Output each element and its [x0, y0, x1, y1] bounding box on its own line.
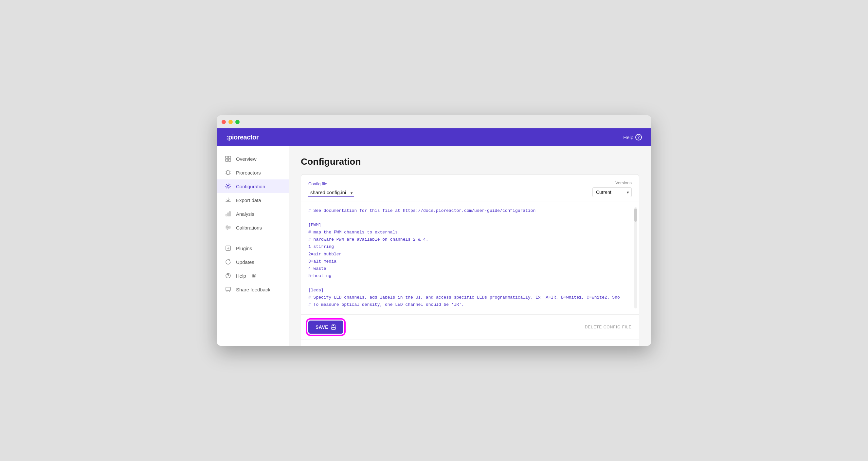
- config-card: Config file shared config.ini Versions: [301, 174, 639, 346]
- message-square-icon: [225, 286, 231, 293]
- sidebar-item-updates-label: Updates: [236, 259, 254, 265]
- code-editor[interactable]: # See documentation for this file at htt…: [308, 207, 632, 308]
- help-circle-icon: [225, 272, 231, 279]
- sidebar-item-share-feedback-label: Share feedback: [236, 287, 270, 293]
- sidebar: Overview: [217, 146, 289, 346]
- gear-icon: [225, 183, 231, 190]
- app: :pioreactor Help ?: [217, 128, 651, 346]
- sidebar-item-help-label: Help: [236, 273, 246, 279]
- chart-icon: [225, 211, 231, 217]
- versions-select-wrapper[interactable]: Current: [592, 187, 632, 197]
- svg-rect-16: [229, 212, 230, 216]
- sidebar-item-calibrations-label: Calibrations: [236, 225, 262, 230]
- titlebar: [217, 115, 651, 128]
- sliders-icon: [225, 224, 231, 231]
- learn-more-section: 💡 Learn more about Pioreactor configurat…: [301, 340, 639, 346]
- svg-point-13: [227, 185, 229, 187]
- svg-rect-4: [226, 171, 230, 174]
- delete-config-button[interactable]: DELETE CONFIG FILE: [585, 325, 632, 329]
- config-card-header: Config file shared config.ini Versions: [301, 175, 639, 202]
- sidebar-item-plugins-label: Plugins: [236, 246, 252, 251]
- sidebar-item-calibrations[interactable]: Calibrations: [217, 221, 289, 235]
- nav-divider: [217, 238, 289, 238]
- svg-rect-0: [225, 156, 228, 158]
- help-icon: ?: [635, 134, 642, 141]
- svg-point-27: [228, 277, 228, 277]
- refresh-icon: [225, 259, 231, 265]
- app-body: Overview: [217, 146, 651, 346]
- code-editor-area: # See documentation for this file at htt…: [301, 202, 639, 315]
- svg-point-20: [226, 225, 228, 227]
- plus-square-icon: [225, 245, 231, 251]
- svg-rect-3: [228, 159, 231, 161]
- sidebar-item-overview-label: Overview: [236, 156, 257, 162]
- versions-label: Versions: [615, 180, 632, 185]
- page-title: Configuration: [301, 156, 639, 167]
- maximize-button[interactable]: [235, 120, 240, 124]
- sidebar-item-pioreactors[interactable]: Pioreactors: [217, 166, 289, 179]
- download-icon: [225, 197, 231, 203]
- chip-icon: [225, 169, 231, 176]
- scrollbar-thumb[interactable]: [634, 209, 637, 222]
- app-window: :pioreactor Help ?: [217, 115, 651, 346]
- app-header: :pioreactor Help ?: [217, 128, 651, 146]
- save-label: SAVE: [315, 325, 328, 330]
- svg-rect-1: [228, 156, 231, 158]
- sidebar-item-updates[interactable]: Updates: [217, 255, 289, 269]
- svg-rect-29: [226, 287, 230, 291]
- minimize-button[interactable]: [228, 120, 233, 124]
- help-label: Help: [623, 134, 633, 140]
- grid-icon: [225, 156, 231, 162]
- sidebar-item-plugins[interactable]: Plugins: [217, 241, 289, 255]
- config-file-select-wrapper[interactable]: shared config.ini: [308, 188, 354, 197]
- sidebar-item-overview[interactable]: Overview: [217, 152, 289, 166]
- sidebar-item-configuration[interactable]: Configuration: [217, 179, 289, 193]
- sidebar-item-configuration-label: Configuration: [236, 184, 265, 189]
- svg-point-22: [227, 228, 228, 229]
- header-help-button[interactable]: Help ?: [623, 134, 642, 141]
- versions-select[interactable]: Current: [592, 187, 632, 197]
- svg-rect-32: [333, 325, 334, 326]
- config-file-section: Config file shared config.ini: [308, 181, 354, 197]
- versions-section: Versions Current: [592, 180, 632, 197]
- svg-point-21: [228, 227, 230, 228]
- svg-rect-2: [225, 159, 228, 161]
- sidebar-item-share-feedback[interactable]: Share feedback: [217, 282, 289, 296]
- svg-rect-15: [228, 213, 229, 216]
- svg-rect-31: [332, 328, 336, 329]
- svg-rect-14: [226, 214, 227, 216]
- sidebar-item-help[interactable]: Help: [217, 269, 289, 282]
- sidebar-item-export-data-label: Export data: [236, 197, 261, 203]
- sidebar-item-analysis-label: Analysis: [236, 211, 254, 217]
- sidebar-item-export-data[interactable]: Export data: [217, 193, 289, 207]
- close-button[interactable]: [222, 120, 226, 124]
- save-icon: [331, 325, 336, 330]
- sidebar-item-analysis[interactable]: Analysis: [217, 207, 289, 221]
- card-footer: SAVE DELETE CONFIG FILE: [301, 315, 639, 340]
- external-link-icon: [252, 274, 256, 278]
- config-file-label: Config file: [308, 181, 354, 186]
- main-content: Configuration Config file shared config.…: [289, 146, 651, 346]
- sidebar-item-pioreactors-label: Pioreactors: [236, 170, 261, 176]
- config-file-select[interactable]: shared config.ini: [308, 188, 354, 197]
- save-button[interactable]: SAVE: [308, 320, 343, 334]
- logo: :pioreactor: [226, 133, 258, 141]
- scrollbar-track: [634, 207, 637, 308]
